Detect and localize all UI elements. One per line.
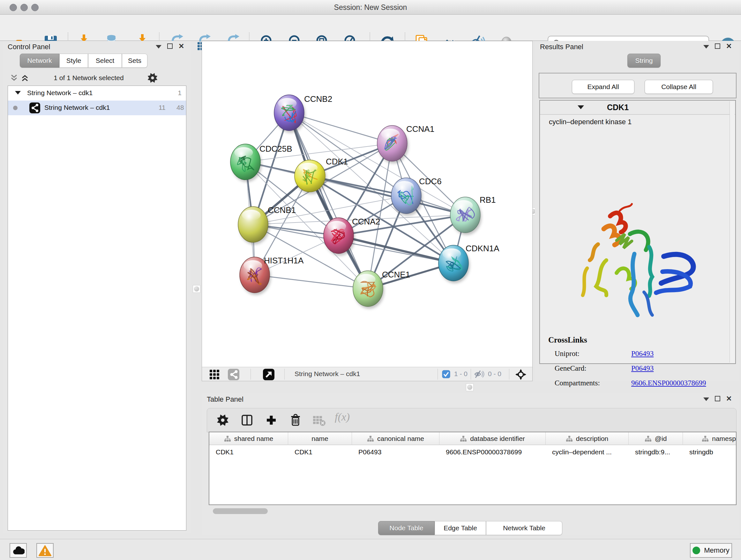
column-header-database-identifier[interactable]: database identifier xyxy=(440,432,546,445)
network-node-CDC25B[interactable] xyxy=(230,144,262,182)
network-node-CCNA1[interactable] xyxy=(377,125,408,164)
network-node-CCNA2[interactable] xyxy=(324,218,355,256)
close-panel-button[interactable]: ✕ xyxy=(179,44,184,49)
column-label: description xyxy=(576,435,609,442)
cell-shared-name: CDK1 xyxy=(209,445,288,459)
crosslink-value-link[interactable]: P06493 xyxy=(631,350,654,358)
float-panel-button[interactable] xyxy=(715,396,720,401)
collapse-all-button[interactable]: Collapse All xyxy=(645,80,713,94)
network-row[interactable]: String Network – cdk1 11 48 xyxy=(8,101,186,115)
column-label: namespace xyxy=(712,435,737,442)
network-node-CCNB2[interactable] xyxy=(274,95,306,133)
control-panel-title: Control Panel xyxy=(8,43,50,51)
section-disclosure-icon[interactable] xyxy=(578,105,584,109)
network-view-title: String Network – cdk1 xyxy=(294,370,360,378)
tab-style[interactable]: Style xyxy=(59,54,88,68)
tab-edge-table[interactable]: Edge Table xyxy=(434,521,486,535)
node-label-RB1: RB1 xyxy=(480,195,496,205)
collapse-all-chevron-icon[interactable] xyxy=(10,74,18,82)
panel-menu-icon[interactable] xyxy=(156,45,161,49)
grid-view-icon[interactable] xyxy=(209,368,220,380)
zoom-window-button[interactable] xyxy=(31,4,39,11)
protein-structure-image xyxy=(569,196,709,334)
gene-name: CDK1 xyxy=(607,103,629,112)
column-header--id[interactable]: @id xyxy=(629,432,683,445)
table-panel: Table Panel ✕ f(x) xyxy=(202,393,739,535)
float-panel-button[interactable] xyxy=(715,44,720,49)
crosslinks-title: CrossLinks xyxy=(548,335,587,345)
table-row[interactable]: CDK1CDK1P064939606.ENSP00000378699cyclin… xyxy=(209,445,737,459)
shared-column-icon xyxy=(702,435,709,442)
panel-menu-icon[interactable] xyxy=(703,45,709,49)
column-label: @id xyxy=(655,435,667,442)
network-node-CCNB1[interactable] xyxy=(238,206,269,245)
node-table: shared namenamecanonical namedatabase id… xyxy=(209,432,737,505)
tab-network[interactable]: Network xyxy=(20,54,59,68)
expand-all-chevron-icon[interactable] xyxy=(20,74,29,82)
crosslink-row-genecard: GeneCard:P06493 xyxy=(555,364,727,379)
gear-icon[interactable] xyxy=(147,72,158,84)
crosslink-value-link[interactable]: P06493 xyxy=(631,364,654,373)
add-column-icon[interactable] xyxy=(265,414,278,427)
column-label: canonical name xyxy=(377,435,424,442)
tab-string[interactable]: String xyxy=(627,54,661,68)
cloud-button[interactable] xyxy=(10,543,27,558)
network-collection-row[interactable]: String Network – cdk1 1 xyxy=(8,86,186,101)
tab-sets[interactable]: Sets xyxy=(122,54,147,68)
column-header-name[interactable]: name xyxy=(288,432,352,445)
gear-icon[interactable] xyxy=(216,414,229,427)
column-header-description[interactable]: description xyxy=(546,432,629,445)
hidden-eye-slash-icon[interactable] xyxy=(474,370,485,379)
crosslink-row-uniprot: Uniprot:P06493 xyxy=(555,350,727,364)
tab-select[interactable]: Select xyxy=(88,54,122,68)
collection-disclosure-icon[interactable] xyxy=(15,91,21,95)
tab-network-table[interactable]: Network Table xyxy=(486,521,562,535)
delete-column-trash-icon[interactable] xyxy=(289,414,302,427)
table-horizontal-scrollbar[interactable] xyxy=(213,508,268,514)
column-header-canonical-name[interactable]: canonical name xyxy=(352,432,440,445)
network-node-CDK1[interactable] xyxy=(294,160,327,194)
network-current-dot-icon xyxy=(13,106,17,110)
column-header-namespace[interactable]: namespace xyxy=(683,432,737,445)
node-label-HIST1H1A: HIST1H1A xyxy=(264,256,304,265)
string-app-share-icon xyxy=(29,102,41,114)
left-splitter-handle[interactable] xyxy=(193,285,200,293)
close-window-button[interactable] xyxy=(10,4,17,11)
crosslink-value-link[interactable]: 9606.ENSP00000378699 xyxy=(631,379,706,387)
network-node-CCNE1[interactable] xyxy=(353,271,384,309)
selected-checkbox-icon[interactable] xyxy=(442,370,450,378)
control-panel: Control Panel ✕ Network Style Select Set… xyxy=(3,41,192,533)
expand-all-button[interactable]: Expand All xyxy=(572,80,634,94)
columns-icon[interactable] xyxy=(240,414,254,427)
network-edge-HIST1H1A-CCNE1[interactable] xyxy=(255,275,368,289)
minimize-window-button[interactable] xyxy=(20,4,28,11)
results-panel: Results Panel ✕ String Expand All Collap… xyxy=(535,41,739,381)
column-label: shared name xyxy=(234,435,273,442)
birds-eye-crosshair-icon[interactable] xyxy=(515,368,527,381)
panel-menu-icon[interactable] xyxy=(703,397,709,401)
network-node-CDKN1A[interactable] xyxy=(439,245,470,283)
warnings-button[interactable] xyxy=(37,543,54,558)
memory-button[interactable]: Memory xyxy=(690,543,732,558)
close-panel-button[interactable]: ✕ xyxy=(726,44,732,49)
bottom-splitter-handle[interactable] xyxy=(466,383,474,391)
network-node-RB1[interactable] xyxy=(450,197,482,235)
close-panel-button[interactable]: ✕ xyxy=(726,396,732,401)
shared-column-icon xyxy=(224,435,231,442)
node-label-CCNE1: CCNE1 xyxy=(382,270,410,279)
crosslink-row-compartments: Compartments:9606.ENSP00000378699 xyxy=(555,379,727,394)
float-panel-button[interactable] xyxy=(167,44,173,49)
network-canvas[interactable]: CCNB2CCNA1CDC25BCDK1CDC6RB1CCNB1CCNA2CDK… xyxy=(202,41,533,381)
share-view-icon[interactable] xyxy=(227,368,240,381)
results-scrollbar[interactable] xyxy=(730,101,735,363)
crosslink-label: Uniprot: xyxy=(555,350,580,358)
memory-label: Memory xyxy=(704,546,729,555)
cloud-icon xyxy=(12,545,24,556)
network-edge-CDK1-RB1[interactable] xyxy=(310,176,465,215)
network-tree: String Network – cdk1 1 String Network –… xyxy=(8,85,186,531)
gene-section-header[interactable]: CDK1 xyxy=(540,101,735,115)
column-header-shared-name[interactable]: shared name xyxy=(209,432,288,445)
string-network-graph[interactable]: CCNB2CCNA1CDC25BCDK1CDC6RB1CCNB1CCNA2CDK… xyxy=(202,41,532,367)
tab-node-table[interactable]: Node Table xyxy=(378,521,434,535)
open-in-new-window-icon[interactable] xyxy=(263,368,275,381)
